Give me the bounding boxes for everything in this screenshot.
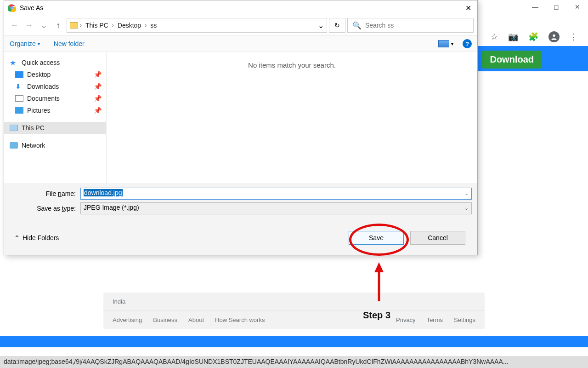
extensions-icon[interactable]: 🧩 [528, 32, 538, 42]
kebab-menu-icon[interactable]: ⋮ [570, 32, 578, 42]
footer-business[interactable]: Business [153, 316, 177, 323]
sidebar-pictures[interactable]: Pictures📌 [4, 104, 106, 116]
breadcrumb-dropdown-icon[interactable]: ⌄ [318, 21, 324, 30]
crumb-thispc[interactable]: This PC [84, 21, 110, 30]
dialog-close-button[interactable]: ✕ [459, 0, 477, 15]
footer-settings[interactable]: Settings [454, 316, 475, 323]
document-icon [15, 95, 23, 102]
crumb-desktop[interactable]: Desktop [116, 21, 143, 30]
cancel-button[interactable]: Cancel [410, 231, 465, 245]
footer-advertising[interactable]: Advertising [113, 316, 142, 323]
chevron-down-icon[interactable]: ⌄ [464, 205, 469, 211]
network-icon [10, 142, 18, 149]
svg-point-0 [553, 34, 555, 37]
bg-close-button[interactable]: ✕ [567, 0, 588, 14]
pin-icon: 📌 [94, 95, 102, 102]
annotation-label: Step 3 [363, 310, 390, 321]
filename-label: File name: [10, 190, 80, 197]
chevron-down-icon[interactable]: ⌄ [464, 190, 469, 196]
chevron-right-icon: › [112, 22, 114, 29]
footer-terms[interactable]: Terms [427, 316, 443, 323]
view-mode-button[interactable]: ▾ [438, 40, 453, 47]
filename-input[interactable]: download.jpg⌄ [80, 188, 472, 200]
bg-maximize-button[interactable]: ◻ [546, 0, 567, 14]
footer-privacy[interactable]: Privacy [396, 316, 416, 323]
recent-locations-dropdown[interactable]: ⌄ [37, 19, 50, 32]
navigation-sidebar: Quick access Desktop📌 Downloads📌 Documen… [4, 52, 107, 183]
empty-message: No items match your search. [248, 61, 336, 69]
chevron-up-icon: ⌃ [14, 234, 20, 242]
desktop-icon [15, 71, 23, 78]
folder-icon [70, 22, 78, 29]
search-icon: 🔍 [352, 21, 362, 30]
profile-avatar-icon[interactable] [548, 31, 560, 42]
search-box[interactable]: 🔍 [347, 18, 474, 33]
help-button[interactable]: ? [463, 39, 472, 48]
nav-forward-button[interactable]: → [23, 19, 35, 32]
dialog-bottom-panel: File name: download.jpg⌄ Save as type: J… [4, 183, 477, 255]
nav-up-button[interactable]: ↑ [52, 19, 65, 32]
nav-back-button[interactable]: ← [8, 19, 21, 32]
page-download-button[interactable]: Download [481, 51, 542, 69]
search-input[interactable] [365, 22, 469, 29]
dialog-title: Save As [20, 4, 459, 12]
pin-icon: 📌 [94, 83, 102, 90]
download-icon [15, 83, 23, 90]
savetype-label: Save as type: [10, 205, 80, 212]
star-icon [10, 59, 18, 66]
status-bar-url: data:image/jpeg;base64,/9j/4AAQSkZJRgABA… [0, 356, 588, 368]
browser-toolbar-icons: ☆ 📷 🧩 ⋮ [478, 28, 588, 46]
page-bottom-strip [0, 336, 588, 347]
save-as-dialog: Save As ✕ ← → ⌄ ↑ › This PC › Desktop › … [4, 0, 478, 255]
chevron-right-icon: › [145, 22, 147, 29]
save-button[interactable]: Save [349, 231, 404, 245]
dialog-toolbar: Organize ▾ New folder ▾ ? [4, 35, 477, 52]
window-controls: — ◻ ✕ [525, 0, 588, 14]
page-footer: India Advertising Business About How Sea… [103, 293, 485, 329]
breadcrumb-bar[interactable]: › This PC › Desktop › ss ⌄ [67, 18, 327, 33]
new-folder-button[interactable]: New folder [54, 40, 85, 47]
refresh-button[interactable]: ↻ [329, 18, 345, 33]
sidebar-network[interactable]: Network [4, 139, 106, 151]
crumb-ss[interactable]: ss [148, 21, 158, 30]
dialog-title-bar: Save As ✕ [4, 0, 477, 15]
footer-how[interactable]: How Search works [215, 316, 265, 323]
sidebar-this-pc[interactable]: This PC [4, 122, 106, 134]
sidebar-quick-access[interactable]: Quick access [4, 57, 106, 69]
pc-icon [10, 125, 18, 131]
sidebar-documents[interactable]: Documents📌 [4, 92, 106, 104]
camera-icon[interactable]: 📷 [508, 32, 518, 42]
chevron-right-icon: › [80, 22, 82, 29]
pin-icon: 📌 [94, 107, 102, 114]
chrome-logo-icon [8, 4, 16, 12]
sidebar-desktop[interactable]: Desktop📌 [4, 69, 106, 80]
star-icon[interactable]: ☆ [491, 32, 498, 42]
footer-country: India [103, 293, 485, 311]
svg-marker-7 [374, 262, 384, 272]
file-list-area: No items match your search. [107, 52, 477, 183]
address-nav-row: ← → ⌄ ↑ › This PC › Desktop › ss ⌄ ↻ 🔍 [4, 15, 477, 35]
pictures-icon [15, 107, 23, 114]
view-icon [438, 40, 449, 47]
svg-point-5 [11, 7, 13, 9]
organize-menu[interactable]: Organize ▾ [10, 40, 40, 47]
sidebar-downloads[interactable]: Downloads📌 [4, 80, 106, 92]
pin-icon: 📌 [94, 71, 102, 78]
hide-folders-toggle[interactable]: ⌃Hide Folders [14, 234, 59, 242]
savetype-combo[interactable]: JPEG Image (*.jpg)⌄ [80, 202, 472, 214]
bg-minimize-button[interactable]: — [525, 0, 546, 14]
footer-about[interactable]: About [188, 316, 204, 323]
